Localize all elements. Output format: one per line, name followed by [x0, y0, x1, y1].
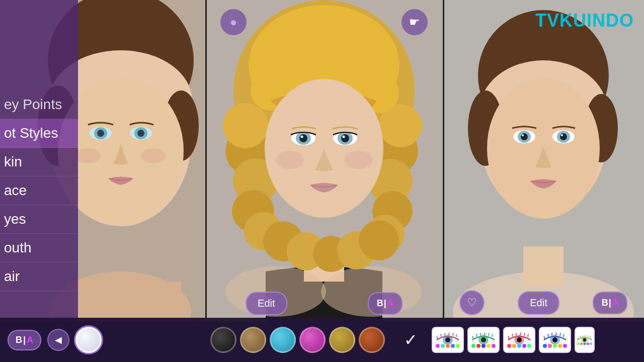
svg-point-99 — [553, 344, 557, 348]
svg-point-96 — [552, 337, 557, 342]
svg-point-14 — [137, 130, 144, 137]
svg-point-100 — [558, 344, 562, 348]
svg-point-91 — [517, 344, 521, 348]
svg-point-85 — [492, 344, 496, 348]
svg-point-101 — [563, 344, 567, 348]
sidebar-item-eyes[interactable]: yes — [0, 205, 78, 234]
svg-point-64 — [521, 133, 528, 140]
right-edit-button[interactable]: Edit — [518, 291, 559, 315]
svg-point-11 — [97, 130, 104, 137]
sidebar-item-mouth[interactable]: outh — [0, 234, 78, 262]
sidebar-item-skin[interactable]: kin — [0, 148, 78, 176]
center-portrait: ● ☛ — [205, 0, 443, 322]
center-bia-badge: B | A — [368, 292, 403, 315]
separator-right — [443, 0, 444, 318]
svg-point-74 — [441, 344, 445, 348]
svg-point-81 — [471, 344, 475, 348]
left-portrait: ey Points ot Styles kin ace yes outh air — [0, 0, 205, 322]
svg-point-104 — [583, 338, 586, 341]
svg-rect-2 — [65, 282, 181, 322]
svg-point-80 — [481, 337, 486, 342]
bottom-toolbar: B | A ◀ ✓ — [0, 318, 644, 362]
svg-point-40 — [299, 134, 307, 142]
svg-point-84 — [487, 344, 491, 348]
color-swatch-blue[interactable] — [270, 327, 296, 353]
center-controls: Edit B | A — [205, 292, 443, 315]
svg-point-76 — [451, 344, 455, 348]
bottom-color-section — [206, 318, 394, 362]
color-swatch-magenta[interactable] — [299, 327, 326, 353]
svg-point-83 — [481, 344, 486, 348]
sidebar-item-hair[interactable]: air — [0, 262, 78, 291]
sidebar-item-key-points[interactable]: ey Points — [0, 90, 78, 119]
svg-point-77 — [456, 344, 460, 348]
eye-style-1-button[interactable] — [432, 327, 464, 353]
separator-left — [205, 0, 207, 318]
color-swatch-white[interactable] — [75, 327, 102, 353]
color-swatch-brown[interactable] — [240, 327, 266, 353]
eye-style-5-button[interactable] — [575, 327, 595, 353]
svg-point-73 — [436, 344, 440, 348]
svg-point-44 — [341, 134, 349, 142]
svg-point-46 — [276, 151, 304, 169]
watermark: TVKUINDO — [535, 10, 634, 31]
color-swatch-auburn[interactable] — [359, 327, 385, 353]
svg-point-92 — [522, 344, 526, 348]
center-top-right-button[interactable]: ☛ — [401, 9, 428, 35]
center-top-left-button[interactable]: ● — [220, 9, 247, 35]
svg-point-97 — [543, 344, 547, 348]
svg-point-32 — [223, 103, 268, 148]
svg-point-89 — [507, 344, 511, 348]
svg-point-16 — [141, 148, 166, 163]
left-arrow-button[interactable]: ◀ — [47, 329, 69, 351]
svg-point-15 — [75, 148, 101, 163]
bottom-bia-badge: B | A — [8, 330, 41, 350]
color-swatch-golden[interactable] — [329, 327, 355, 353]
svg-point-52 — [359, 220, 399, 260]
svg-point-45 — [343, 136, 345, 138]
svg-point-106 — [580, 342, 583, 345]
svg-point-107 — [583, 342, 586, 345]
svg-point-88 — [517, 337, 522, 342]
svg-point-105 — [577, 342, 580, 345]
svg-point-68 — [560, 133, 567, 140]
svg-point-108 — [587, 342, 589, 345]
svg-point-65 — [522, 134, 524, 136]
svg-rect-55 — [523, 246, 564, 287]
svg-point-98 — [548, 344, 552, 348]
svg-point-41 — [301, 136, 303, 138]
right-heart-button[interactable]: ♡ — [459, 290, 485, 315]
hand-icon: ☛ — [409, 15, 420, 29]
sidebar-item-face[interactable]: ace — [0, 176, 78, 205]
eye-style-2-button[interactable] — [467, 327, 500, 353]
svg-point-69 — [561, 134, 563, 136]
color-swatch-black[interactable] — [210, 327, 236, 353]
svg-point-93 — [527, 344, 531, 348]
bottom-left-section: B | A ◀ — [0, 318, 206, 362]
svg-point-72 — [445, 337, 450, 342]
circle-icon: ● — [230, 15, 237, 29]
right-bia-badge: B | A — [593, 292, 627, 314]
svg-point-47 — [345, 151, 373, 169]
svg-point-109 — [590, 342, 592, 345]
svg-point-82 — [476, 344, 480, 348]
svg-point-90 — [512, 344, 516, 348]
right-controls: ♡ Edit B | A — [443, 290, 644, 315]
bottom-eye-styles-section — [428, 318, 644, 362]
checkmark-button[interactable]: ✓ — [400, 330, 422, 349]
eye-style-4-button[interactable] — [539, 327, 571, 353]
center-edit-button[interactable]: Edit — [246, 292, 287, 315]
checkmark-area: ✓ — [394, 330, 428, 349]
right-portrait — [443, 0, 644, 322]
main-container: ey Points ot Styles kin ace yes outh air — [0, 0, 644, 362]
eye-style-3-button[interactable] — [503, 327, 535, 353]
svg-point-75 — [446, 344, 450, 348]
sidebar: ey Points ot Styles kin ace yes outh air — [0, 0, 78, 322]
sidebar-item-hot-styles[interactable]: ot Styles — [0, 119, 78, 148]
